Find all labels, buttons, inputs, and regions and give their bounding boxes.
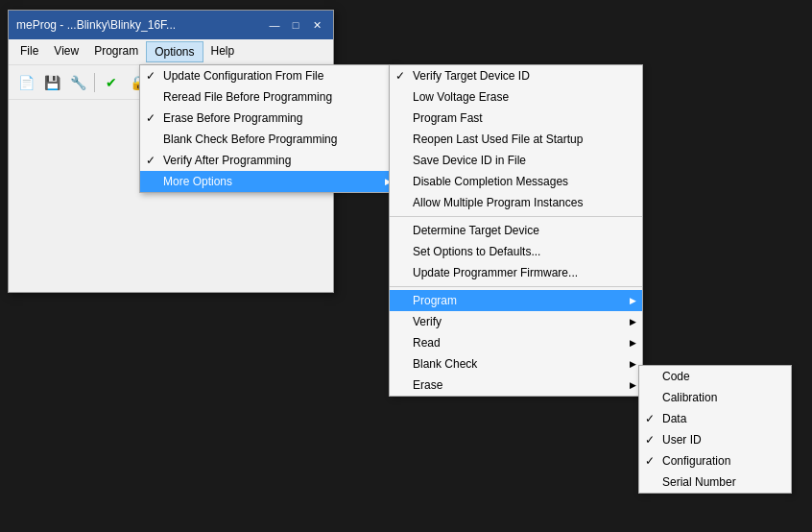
menu-verify-target[interactable]: Verify Target Device ID (390, 65, 642, 86)
close-button[interactable]: ✕ (308, 16, 325, 34)
prog-code-label: Code (662, 370, 690, 383)
menu-blank-check[interactable]: Blank Check Before Programming (140, 129, 397, 150)
menu-verify-after[interactable]: Verify After Programming (140, 150, 397, 171)
menu-save-device[interactable]: Save Device ID in File (390, 150, 642, 171)
options-dropdown: Update Configuration From File Reread Fi… (139, 64, 398, 193)
blank-check-sub-label: Blank Check (413, 357, 477, 371)
menu-program[interactable]: Program (86, 41, 146, 62)
toolbar-separator (94, 73, 95, 92)
menu-program-sub[interactable]: Program (390, 290, 642, 311)
separator-2 (390, 286, 642, 287)
menu-erase-sub[interactable]: Erase (390, 375, 642, 396)
more-options-label: More Options (163, 175, 232, 188)
prog-config-label: Configuration (662, 454, 730, 468)
menu-view[interactable]: View (46, 41, 86, 62)
prog-serial-label: Serial Number (662, 475, 736, 489)
minimize-button[interactable]: — (266, 16, 283, 34)
more-options-dropdown: Verify Target Device ID Low Voltage Eras… (389, 64, 643, 397)
menu-blank-check-sub[interactable]: Blank Check (390, 353, 642, 375)
allow-multiple-label: Allow Multiple Program Instances (413, 196, 583, 209)
reopen-last-label: Reopen Last Used File at Startup (413, 133, 583, 146)
menu-prog-calibration[interactable]: Calibration (639, 387, 791, 408)
update-config-label: Update Configuration From File (163, 69, 323, 83)
toolbar-new[interactable]: 📄 (14, 71, 37, 94)
verify-after-label: Verify After Programming (163, 154, 291, 167)
prog-calibration-label: Calibration (662, 391, 717, 404)
menu-program-fast[interactable]: Program Fast (390, 108, 642, 129)
menu-set-defaults[interactable]: Set Options to Defaults... (390, 241, 642, 262)
menu-help[interactable]: Help (203, 41, 243, 62)
menu-allow-multiple[interactable]: Allow Multiple Program Instances (390, 192, 642, 213)
toolbar-save[interactable]: 💾 (40, 71, 63, 94)
menu-bar: File View Program Options Help (9, 39, 333, 65)
menu-file[interactable]: File (12, 41, 46, 62)
prog-data-label: Data (662, 412, 686, 425)
menu-options[interactable]: Options (146, 41, 203, 62)
menu-more-options[interactable]: More Options (140, 171, 397, 192)
program-fast-label: Program Fast (413, 111, 483, 125)
menu-prog-userid[interactable]: User ID (639, 429, 791, 450)
menu-reopen-last[interactable]: Reopen Last Used File at Startup (390, 129, 642, 150)
menu-update-firmware[interactable]: Update Programmer Firmware... (390, 262, 642, 283)
verify-sub-label: Verify (413, 315, 442, 328)
menu-prog-code[interactable]: Code (639, 366, 791, 387)
verify-target-label: Verify Target Device ID (413, 69, 530, 83)
window-title: meProg - ...Blinky\Blinky_16F... (16, 18, 176, 32)
maximize-button[interactable]: □ (287, 16, 304, 34)
blank-check-label: Blank Check Before Programming (163, 133, 337, 146)
update-firmware-label: Update Programmer Firmware... (413, 266, 578, 279)
menu-prog-serial[interactable]: Serial Number (639, 472, 791, 493)
program-sub-label: Program (413, 294, 457, 307)
menu-erase-before[interactable]: Erase Before Programming (140, 108, 397, 129)
prog-userid-label: User ID (662, 433, 702, 447)
low-voltage-label: Low Voltage Erase (413, 90, 509, 104)
read-sub-label: Read (413, 336, 441, 350)
erase-before-label: Erase Before Programming (163, 111, 302, 125)
menu-low-voltage[interactable]: Low Voltage Erase (390, 86, 642, 108)
title-bar: meProg - ...Blinky\Blinky_16F... — □ ✕ (9, 11, 333, 39)
toolbar-settings[interactable]: 🔧 (66, 71, 89, 94)
menu-update-config[interactable]: Update Configuration From File (140, 65, 397, 86)
menu-reread-file[interactable]: Reread File Before Programming (140, 86, 397, 108)
menu-determine-target[interactable]: Determine Target Device (390, 220, 642, 241)
program-submenu: Code Calibration Data User ID Configurat… (638, 365, 792, 494)
set-defaults-label: Set Options to Defaults... (413, 245, 540, 258)
disable-completion-label: Disable Completion Messages (413, 175, 568, 188)
menu-prog-data[interactable]: Data (639, 408, 791, 429)
erase-sub-label: Erase (413, 378, 442, 392)
window-controls: — □ ✕ (266, 16, 325, 34)
toolbar-check[interactable]: ✔ (100, 71, 123, 94)
determine-target-label: Determine Target Device (413, 224, 539, 237)
menu-prog-config[interactable]: Configuration (639, 450, 791, 472)
reread-file-label: Reread File Before Programming (163, 90, 332, 104)
save-device-label: Save Device ID in File (413, 154, 526, 167)
separator-1 (390, 216, 642, 217)
menu-read-sub[interactable]: Read (390, 332, 642, 353)
menu-disable-completion[interactable]: Disable Completion Messages (390, 171, 642, 192)
menu-verify-sub[interactable]: Verify (390, 311, 642, 332)
